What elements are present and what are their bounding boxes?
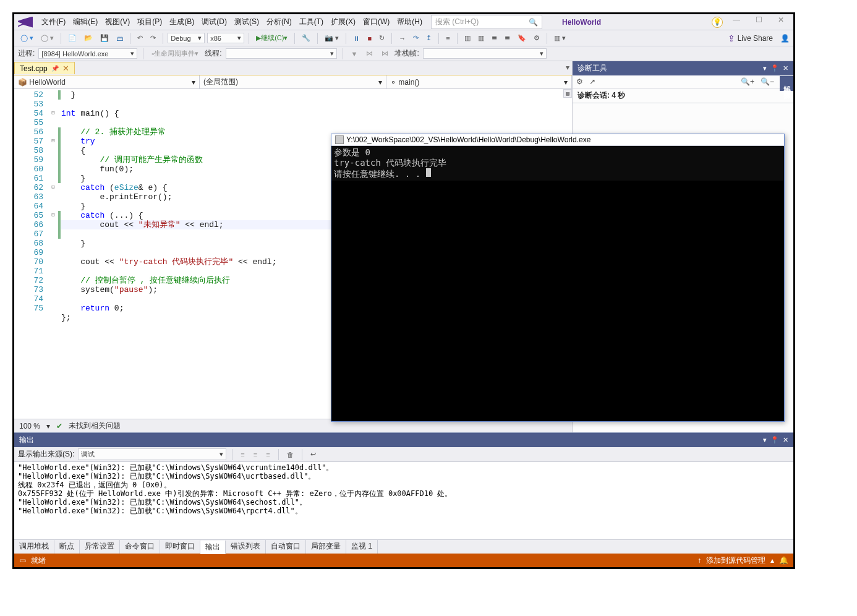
menu-item[interactable]: 编辑(E) <box>69 15 101 28</box>
new-button[interactable]: 📄 <box>66 33 79 43</box>
bottom-tab[interactable]: 输出 <box>200 541 226 554</box>
bottom-tab[interactable]: 断点 <box>54 540 80 554</box>
comment-button[interactable]: ≣ <box>489 33 500 43</box>
stackframe-label: 堆栈帧: <box>394 48 419 59</box>
document-tab[interactable]: Test.cpp 📌 ✕ <box>14 62 75 74</box>
camera-icon[interactable]: 📷 ▾ <box>322 33 341 43</box>
menu-item[interactable]: 帮助(H) <box>393 15 426 28</box>
save-all-button[interactable]: 🗃 <box>114 33 126 43</box>
zoom-out-icon[interactable]: 🔍− <box>761 77 774 86</box>
scope-type-select[interactable]: (全局范围)▾ <box>200 75 386 88</box>
menu-item[interactable]: 调试(D) <box>198 15 231 28</box>
filter-icon: ▼ <box>349 49 360 59</box>
status-ready: 就绪 <box>31 555 46 566</box>
split-view-button[interactable]: ▤ <box>563 89 572 98</box>
close-panel-button[interactable]: ✕ <box>783 436 788 444</box>
menu-item[interactable]: 生成(B) <box>166 15 198 28</box>
process-select[interactable]: [8984] HelloWorld.exe▾ <box>38 48 137 59</box>
continue-button[interactable]: ▶ 继续(C) ▾ <box>254 32 290 44</box>
bookmark-button[interactable]: 🔖 <box>515 33 529 43</box>
menu-item[interactable]: 分析(N) <box>263 15 296 28</box>
menu-item[interactable]: 视图(V) <box>101 15 134 28</box>
output-toolbar: 显示输出来源(S): 调试▾ ≡ ≡ ≡ 🗑 ↩ <box>14 447 793 462</box>
bottom-tab[interactable]: 即时窗口 <box>160 540 200 554</box>
tool-icon[interactable]: ⚙ <box>531 33 542 43</box>
console-titlebar[interactable]: Y:\002_WorkSpace\002_VS\HelloWorld\Hello… <box>331 134 784 146</box>
platform-select[interactable]: x86▾ <box>207 33 244 43</box>
bottom-tab[interactable]: 自动窗口 <box>266 540 306 554</box>
output-text[interactable]: "HelloWorld.exe"(Win32): 已加载"C:\Windows\… <box>14 462 793 539</box>
save-button[interactable]: 💾 <box>98 33 111 43</box>
bottom-tab[interactable]: 异常设置 <box>80 540 120 554</box>
bottom-tab[interactable]: 命令窗口 <box>120 540 160 554</box>
dropdown-icon[interactable]: ▾ <box>763 436 767 444</box>
tool-icon: ≡ <box>251 450 260 460</box>
thread-select[interactable]: ▾ <box>226 48 337 59</box>
pin-icon[interactable]: 📍 <box>770 64 779 72</box>
console-output: 参数是 0 try-catch 代码块执行完毕 请按任意键继续. . . <box>331 146 784 181</box>
tab-dropdown-icon[interactable]: ▾ <box>566 63 569 72</box>
step-over-button[interactable]: ↷ <box>411 33 421 43</box>
step-out-button[interactable]: ↥ <box>424 33 434 43</box>
navigation-bar: 📦 HelloWorld▾ (全局范围)▾ ⚬ main()▾ <box>14 75 572 89</box>
step-into-button[interactable]: → <box>396 33 408 43</box>
maximize-button[interactable]: ☐ <box>750 15 767 29</box>
undo-button[interactable]: ↶ <box>135 33 145 43</box>
feedback-icon[interactable]: 💡 <box>712 17 723 28</box>
no-issues-icon: ✔ <box>56 422 62 430</box>
menu-item[interactable]: 扩展(X) <box>327 15 359 28</box>
stackframe-select[interactable]: ▾ <box>423 48 547 59</box>
gear-icon[interactable]: ⚙ <box>576 77 583 86</box>
bottom-tab[interactable]: 错误列表 <box>226 540 266 554</box>
zoom-level[interactable]: 100 % <box>19 422 40 430</box>
notification-icon[interactable]: 🔔 <box>779 556 788 565</box>
tool-icon[interactable]: ▥ ▾ <box>552 33 568 43</box>
scope-member-select[interactable]: ⚬ main()▾ <box>386 75 572 88</box>
bottom-tab[interactable]: 局部变量 <box>306 540 346 554</box>
nav-back-button[interactable]: ◯ ▾ <box>18 33 36 43</box>
quick-search-input[interactable]: 搜索 (Ctrl+Q)🔍 <box>431 15 542 29</box>
window-icon: ▭ <box>19 556 26 565</box>
clear-button[interactable]: 🗑 <box>284 450 296 460</box>
uncomment-button[interactable]: ≣ <box>502 33 513 43</box>
menubar: 文件(F)编辑(E)视图(V)项目(P)生成(B)调试(D)测试(S)分析(N)… <box>14 14 793 30</box>
dropdown-icon[interactable]: ▾ <box>763 64 767 72</box>
pause-button[interactable]: ⏸ <box>351 33 362 43</box>
format-button[interactable]: ≡ <box>443 33 452 43</box>
vs-logo-icon <box>18 17 33 28</box>
output-source-select[interactable]: 调试▾ <box>78 448 226 460</box>
tool-icon[interactable]: 🔧 <box>299 33 313 43</box>
console-window[interactable]: Y:\002_WorkSpace\002_VS\HelloWorld\Hello… <box>331 134 785 422</box>
menu-item[interactable]: 测试(S) <box>231 15 263 28</box>
close-tab-button[interactable]: ✕ <box>62 64 69 73</box>
config-select[interactable]: Debug▾ <box>168 33 205 43</box>
thread-label: 线程: <box>205 48 221 59</box>
stop-button[interactable]: ■ <box>365 33 374 43</box>
export-icon[interactable]: ↗ <box>589 77 595 86</box>
solution-explorer-tab[interactable]: 解决方案资源 <box>780 76 793 91</box>
open-button[interactable]: 📂 <box>82 33 95 43</box>
menu-item[interactable]: 工具(T) <box>296 15 327 28</box>
filter-icon: ⋈ <box>364 48 375 59</box>
zoom-in-icon[interactable]: 🔍+ <box>741 77 754 86</box>
window-icon[interactable]: ▥ <box>462 33 473 43</box>
menu-item[interactable]: 文件(F) <box>38 15 69 28</box>
source-control-button[interactable]: 添加到源代码管理 <box>706 555 765 566</box>
menu-item[interactable]: 窗口(W) <box>359 15 393 28</box>
wrap-button[interactable]: ↩ <box>308 449 318 460</box>
upload-icon: ↑ <box>697 556 701 565</box>
menu-item[interactable]: 项目(P) <box>134 15 166 28</box>
bottom-tab[interactable]: 监视 1 <box>346 540 378 554</box>
bottom-tab[interactable]: 调用堆栈 <box>14 540 54 554</box>
user-icon[interactable]: 👤 <box>780 34 790 43</box>
window-icon[interactable]: ▥ <box>475 33 487 43</box>
pin-icon[interactable]: 📍 <box>770 436 779 444</box>
redo-button[interactable]: ↷ <box>148 33 158 43</box>
pin-icon[interactable]: 📌 <box>51 65 59 72</box>
scope-project-select[interactable]: 📦 HelloWorld▾ <box>14 75 200 88</box>
close-button[interactable]: ✕ <box>772 15 790 29</box>
restart-button[interactable]: ↻ <box>377 33 387 43</box>
close-panel-button[interactable]: ✕ <box>783 64 788 72</box>
minimize-button[interactable]: — <box>728 15 745 29</box>
live-share-button[interactable]: ⇪ Live Share 👤 <box>728 33 790 43</box>
